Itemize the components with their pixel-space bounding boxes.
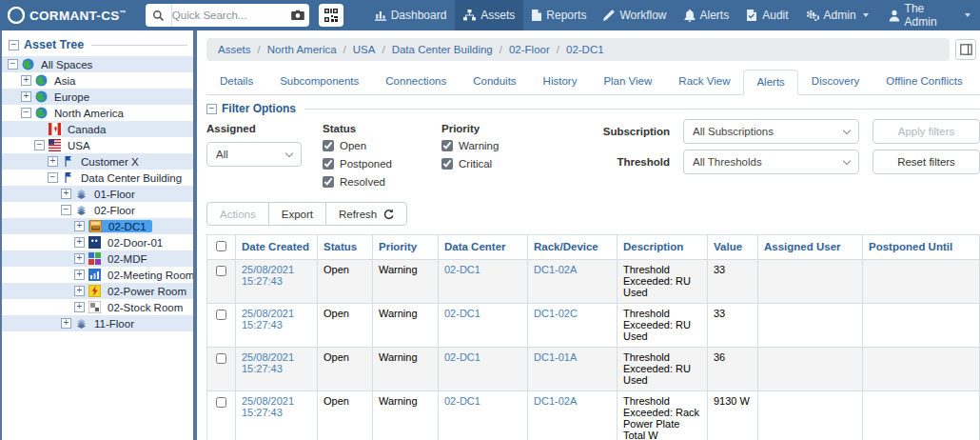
tree-expander-icon[interactable]: + xyxy=(61,318,71,329)
link-data-center[interactable]: 02-DC1 xyxy=(444,351,480,363)
tree-item-europe[interactable]: +Europe xyxy=(2,89,193,105)
column-header-date-created[interactable]: Date Created xyxy=(236,235,318,260)
tree-item-02-stock-room[interactable]: +02-Stock Room xyxy=(2,299,193,315)
tab-conduits[interactable]: Conduits xyxy=(460,69,529,94)
column-header-description[interactable]: Description xyxy=(617,235,708,260)
priority-checkbox-warning[interactable]: Warning xyxy=(441,140,594,151)
barcode-scan-button[interactable] xyxy=(319,4,343,27)
tree-expander-icon[interactable]: − xyxy=(8,59,18,70)
tree-expander-icon[interactable]: + xyxy=(61,189,71,199)
column-header-status[interactable]: Status xyxy=(318,235,373,260)
assigned-select[interactable]: All xyxy=(206,142,302,167)
row-checkbox[interactable] xyxy=(216,310,226,320)
tree-expander-icon[interactable]: + xyxy=(74,270,85,280)
tree-item-02-power-room[interactable]: +02-Power Room xyxy=(2,283,193,299)
priority-checkbox-input[interactable] xyxy=(441,158,453,170)
tree-expander-icon[interactable]: + xyxy=(21,75,31,86)
tree-item-01-floor[interactable]: +01-Floor xyxy=(2,186,193,202)
tree-item-02-dc1[interactable]: +02-DC1 xyxy=(2,218,193,234)
nav-item-assets[interactable]: Assets xyxy=(455,0,523,30)
subscription-select[interactable]: All Subscriptions xyxy=(683,119,859,144)
tab-subcomponents[interactable]: Subcomponents xyxy=(266,69,372,94)
column-header-data-center[interactable]: Data Center xyxy=(439,235,528,260)
breadcrumb-item[interactable]: North America xyxy=(267,44,337,55)
nav-item-audit[interactable]: Audit xyxy=(737,0,796,30)
link-rack-device[interactable]: DC1-02A xyxy=(534,264,577,275)
tree-expander-icon[interactable]: + xyxy=(21,91,31,102)
priority-checkbox-input[interactable] xyxy=(441,140,453,151)
tree-expander-icon[interactable]: + xyxy=(48,156,58,167)
breadcrumb-item[interactable]: USA xyxy=(353,44,376,55)
tree-item-north-america[interactable]: −North America xyxy=(2,105,193,121)
column-header-postponed-until[interactable]: Postponed Until xyxy=(863,235,980,260)
status-checkbox-postponed[interactable]: Postponed xyxy=(323,158,441,170)
column-header-rack-device[interactable]: Rack/Device xyxy=(528,235,617,260)
export-button[interactable]: Export xyxy=(268,202,326,226)
tree-item-canada[interactable]: Canada xyxy=(2,121,193,137)
status-checkbox-open[interactable]: Open xyxy=(323,140,441,151)
tab-alerts[interactable]: Alerts xyxy=(743,70,797,95)
row-checkbox[interactable] xyxy=(216,266,226,276)
status-checkbox-input[interactable] xyxy=(323,158,334,170)
link-data-center[interactable]: 02-DC1 xyxy=(444,308,480,319)
tree-expander-icon[interactable]: − xyxy=(21,108,31,118)
user-menu[interactable]: The Admin xyxy=(889,2,970,29)
tab-plan-view[interactable]: Plan View xyxy=(590,69,665,94)
breadcrumb-item[interactable]: 02-Floor xyxy=(509,44,550,55)
toggle-panel-button[interactable] xyxy=(955,39,976,60)
tree-expander-icon[interactable]: + xyxy=(74,302,85,312)
link-date-created[interactable]: 25/08/2021 15:27:43 xyxy=(242,351,294,374)
tab-discovery[interactable]: Discovery xyxy=(798,69,872,94)
row-checkbox[interactable] xyxy=(216,397,226,408)
tree-expander-icon[interactable]: − xyxy=(48,172,58,183)
breadcrumb-item[interactable]: 02-DC1 xyxy=(566,44,604,55)
tree-expander-icon[interactable]: + xyxy=(74,253,85,264)
tree-expander-icon[interactable]: + xyxy=(74,286,85,296)
tree-item-all-spaces[interactable]: −All Spaces xyxy=(2,56,193,72)
nav-item-admin[interactable]: Admin xyxy=(797,0,877,30)
reset-filters-button[interactable]: Reset filters xyxy=(872,150,980,174)
link-data-center[interactable]: 02-DC1 xyxy=(444,395,480,407)
tree-expander-icon[interactable]: − xyxy=(61,205,71,215)
tab-offline-conflicts[interactable]: Offline Conflicts xyxy=(872,69,975,94)
tree-expander-icon[interactable]: + xyxy=(74,221,85,231)
link-data-center[interactable]: 02-DC1 xyxy=(444,264,480,275)
search-icon[interactable] xyxy=(146,4,172,27)
tree-expander-icon[interactable]: + xyxy=(74,237,85,248)
tree-item-02-door-01[interactable]: +02-Door-01 xyxy=(2,234,193,250)
row-checkbox[interactable] xyxy=(216,353,226,364)
link-rack-device[interactable]: DC1-02C xyxy=(534,308,578,319)
refresh-button[interactable]: Refresh xyxy=(325,202,407,226)
tree-item-02-meeting-room[interactable]: +02-Meeting Room xyxy=(2,267,193,283)
status-checkbox-resolved[interactable]: Resolved xyxy=(323,176,441,188)
threshold-select[interactable]: All Thresholds xyxy=(683,150,859,174)
tree-item-data-center-building[interactable]: −Data Center Building xyxy=(2,170,193,186)
tree-item-11-floor[interactable]: +11-Floor xyxy=(2,315,193,331)
collapse-panel-icon[interactable]: − xyxy=(9,40,19,50)
tab-rack-view[interactable]: Rack View xyxy=(665,69,743,94)
link-rack-device[interactable]: DC1-01A xyxy=(534,351,577,363)
status-checkbox-input[interactable] xyxy=(323,140,334,151)
tab-history[interactable]: History xyxy=(530,69,591,94)
search-input[interactable] xyxy=(172,4,284,27)
tree-item-02-floor[interactable]: −02-Floor xyxy=(2,202,193,218)
priority-checkbox-critical[interactable]: Critical xyxy=(441,158,594,170)
column-header-value[interactable]: Value xyxy=(708,235,758,260)
link-rack-device[interactable]: DC1-02A xyxy=(534,395,577,407)
tree-item-asia[interactable]: +Asia xyxy=(2,72,193,89)
tree-item-usa[interactable]: −USA xyxy=(2,137,193,153)
tree-expander-icon[interactable]: − xyxy=(34,140,45,150)
nav-item-reports[interactable]: Reports xyxy=(523,0,595,30)
camera-icon[interactable] xyxy=(284,4,309,27)
link-date-created[interactable]: 25/08/2021 15:27:43 xyxy=(242,395,294,418)
tab-connections[interactable]: Connections xyxy=(372,69,460,94)
nav-item-dashboard[interactable]: Dashboard xyxy=(366,0,456,30)
tree-item-customer-x[interactable]: +Customer X xyxy=(2,153,193,170)
nav-item-workflow[interactable]: Workflow xyxy=(595,0,675,30)
nav-item-alerts[interactable]: Alerts xyxy=(676,0,738,30)
apply-filters-button[interactable]: Apply filters xyxy=(872,119,980,144)
tree-item-02-mdf[interactable]: +02-MDF xyxy=(2,250,193,267)
column-header-assigned-user[interactable]: Assigned User xyxy=(758,235,863,260)
select-all-checkbox[interactable] xyxy=(216,241,226,251)
collapse-filters-icon[interactable]: − xyxy=(206,104,217,114)
